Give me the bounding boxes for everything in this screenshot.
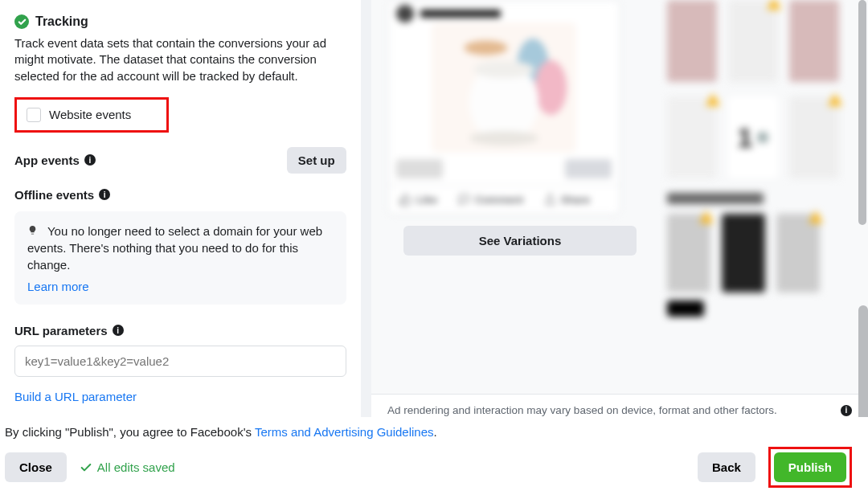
comment-button[interactable]: Comment (458, 194, 523, 206)
url-parameters-label: URL parameters i (14, 324, 346, 337)
learn-more-link[interactable]: Learn more (27, 280, 89, 293)
app-events-label: App events i (14, 153, 96, 167)
build-url-link[interactable]: Build a URL parameter (14, 390, 137, 403)
tracking-panel: Tracking Track event data sets that cont… (0, 0, 361, 426)
svg-point-3 (535, 60, 567, 115)
tracking-title: Tracking (35, 14, 88, 29)
placements-preview: 1 (667, 0, 852, 394)
checkmark-icon (14, 14, 29, 29)
check-icon (80, 461, 92, 474)
svg-point-5 (473, 61, 534, 79)
publish-button[interactable]: Publish (774, 452, 846, 482)
bulb-icon (27, 223, 38, 239)
back-button[interactable]: Back (698, 452, 755, 482)
terms-text: By clicking "Publish", you agree to Face… (5, 425, 852, 439)
warning-icon (699, 211, 714, 223)
info-icon[interactable]: i (84, 154, 96, 166)
like-button[interactable]: Like (399, 194, 437, 206)
info-icon[interactable]: i (841, 405, 852, 416)
preview-panel: Like Comment Share See Variations (371, 0, 868, 426)
info-icon[interactable]: i (113, 325, 124, 336)
url-parameters-input[interactable] (14, 346, 346, 377)
share-button[interactable]: Share (544, 194, 590, 206)
website-events-row[interactable]: Website events (14, 97, 169, 133)
close-button[interactable]: Close (5, 452, 67, 482)
warning-icon (767, 0, 781, 10)
svg-point-1 (465, 41, 508, 55)
tracking-description: Track event data sets that contain the c… (14, 35, 346, 84)
info-icon[interactable]: i (99, 189, 110, 200)
saved-status: All edits saved (80, 460, 175, 474)
footer-bar: By clicking "Publish", you agree to Face… (0, 417, 868, 499)
domain-note: You no longer need to select a domain fo… (14, 211, 346, 305)
terms-link[interactable]: Terms and Advertising Guidelines (255, 425, 434, 439)
see-variations-button[interactable]: See Variations (403, 226, 637, 256)
warning-icon (706, 93, 720, 106)
product-image (432, 22, 576, 153)
setup-button[interactable]: Set up (287, 147, 346, 174)
ad-preview-card: Like Comment Share (387, 0, 620, 215)
svg-point-6 (469, 131, 538, 145)
website-events-checkbox[interactable] (27, 108, 41, 122)
warning-icon (809, 211, 823, 223)
panel-divider (361, 0, 371, 426)
offline-events-label: Offline events i (14, 188, 110, 202)
preview-scrollbar[interactable] (858, 0, 866, 225)
warning-icon (828, 93, 842, 106)
website-events-label: Website events (49, 108, 131, 121)
